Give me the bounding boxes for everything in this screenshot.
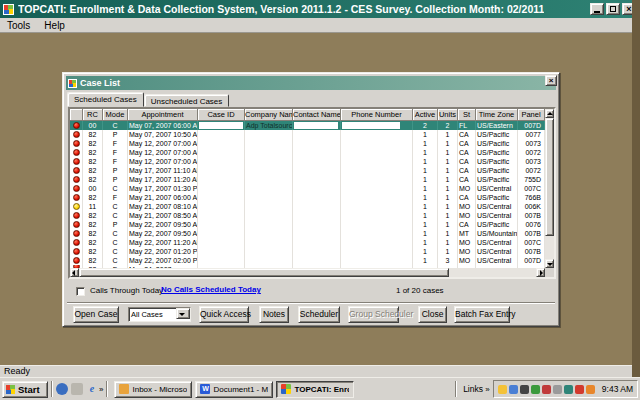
column-header-case-id[interactable]: Case ID (198, 109, 245, 121)
column-header-time-zone[interactable]: Time Zone (476, 109, 518, 121)
column-header-mode[interactable]: Mode (103, 109, 128, 121)
cell-st: MO (458, 247, 476, 256)
column-header-panel[interactable]: Panel (518, 109, 545, 121)
cell-units: 1 (438, 202, 458, 211)
start-button[interactable]: Start (2, 381, 48, 398)
cell-rc: 82 (83, 238, 103, 247)
restore-button[interactable] (606, 3, 620, 15)
cell-appointment: May 21, 2007 08:10 AM (128, 202, 198, 211)
links-toolbar[interactable]: Links » (463, 384, 490, 394)
calls-through-today-checkbox[interactable] (76, 287, 85, 296)
main-window-titlebar[interactable]: TOPCATI: Enrollment & Data Collection Sy… (0, 0, 632, 18)
security-icon[interactable] (575, 385, 584, 394)
minimize-button[interactable] (590, 3, 604, 15)
cell-time_zone: US/Central (476, 256, 518, 265)
scroll-track[interactable] (449, 268, 536, 277)
show-desktop-icon[interactable] (71, 383, 83, 395)
menu-item-help[interactable]: Help (37, 20, 72, 31)
media-player-icon[interactable] (56, 383, 68, 395)
cell-time_zone: US/Central (476, 202, 518, 211)
horizontal-scroll-thumb[interactable] (79, 268, 449, 277)
column-header-active[interactable]: Active (413, 109, 438, 121)
close-dialog-button[interactable]: Close (418, 306, 447, 323)
cell-indicator (70, 157, 83, 166)
case-row[interactable]: 82FMay 12, 2007 07:00 AM11CAUS/Pacific00… (70, 148, 545, 157)
cell-indicator (70, 193, 83, 202)
case-row[interactable]: 82PMay 22, 2007 09:50 AM11CAUS/Pacific00… (70, 220, 545, 229)
sync-icon[interactable] (531, 385, 540, 394)
column-header-appointment[interactable]: Appointment (128, 109, 198, 121)
monitor-alert-icon[interactable] (542, 385, 551, 394)
dialog-titlebar[interactable]: Case List (66, 76, 556, 90)
case-row[interactable]: 82CMay 22, 2007 11:20 AM11MOUS/Central00… (70, 238, 545, 247)
vertical-scroll-thumb[interactable] (545, 118, 554, 236)
case-row[interactable]: 82PMay 07, 2007 10:50 AM11CAUS/Pacific00… (70, 130, 545, 139)
case-row[interactable]: 82FMay 21, 2007 06:00 AM11CAUS/Pacific76… (70, 193, 545, 202)
case-row[interactable]: 82FMay 12, 2007 07:00 AM11CAUS/Pacific00… (70, 139, 545, 148)
case-row[interactable]: 82PMay 17, 2007 11:20 AM11CAUS/Pacific75… (70, 175, 545, 184)
case-row[interactable]: 82CMay 22, 2007 02:00 PM13MOUS/Central00… (70, 256, 545, 265)
column-header-rc[interactable]: RC (83, 109, 103, 121)
case-row[interactable]: 82FMay 12, 2007 07:00 AM11CAUS/Pacific00… (70, 157, 545, 166)
case-row[interactable]: 82CMay 21, 2007 08:50 AM11MOUS/Central00… (70, 211, 545, 220)
column-header-phone-number[interactable]: Phone Number (341, 109, 413, 121)
cell-st: MO (458, 211, 476, 220)
case-row[interactable]: 00CMay 17, 2007 01:30 PM11MOUS/Central00… (70, 184, 545, 193)
scroll-left-button[interactable] (70, 268, 79, 277)
cell-contact (293, 220, 341, 229)
horizontal-scrollbar[interactable] (70, 268, 545, 277)
chevron-down-icon (179, 313, 185, 316)
quick-access-button[interactable]: Quick Access (199, 306, 249, 323)
cell-company (245, 229, 293, 238)
column-header-indicator[interactable] (70, 109, 83, 121)
cell-appointment: May 17, 2007 11:20 AM (128, 175, 198, 184)
volume-icon[interactable] (564, 385, 573, 394)
scroll-down-button[interactable] (545, 259, 554, 268)
dialog-close-button[interactable]: × (545, 75, 557, 86)
internet-explorer-icon[interactable]: e (86, 383, 98, 395)
case-filter-dropdown[interactable]: All Cases (128, 307, 191, 322)
cell-mode: C (103, 238, 128, 247)
cell-indicator (70, 229, 83, 238)
no-calls-scheduled-link[interactable]: No Calls Scheduled Today (161, 285, 261, 294)
case-row[interactable]: 00CMay 07, 2007 06:00 AMAdp Totalsource2… (70, 121, 545, 130)
task-button-topcati[interactable]: TOPCATI: Enrollment... (276, 381, 354, 398)
task-button-outlook[interactable]: Inbox - Microsoft Outlook. (114, 381, 192, 398)
dropdown-button[interactable] (176, 308, 190, 319)
scroll-up-button[interactable] (545, 109, 554, 118)
settings-icon[interactable] (553, 385, 562, 394)
tab-scheduled-cases[interactable]: Scheduled Cases (67, 92, 144, 107)
column-header-contact-name[interactable]: Contact Name (293, 109, 341, 121)
menu-item-tools[interactable]: Tools (0, 20, 37, 31)
case-row[interactable]: 11CMay 21, 2007 08:10 AM11MOUS/Central00… (70, 202, 545, 211)
column-header-st[interactable]: St (458, 109, 476, 121)
display-icon[interactable] (509, 385, 518, 394)
dialog-title: Case List (80, 78, 120, 88)
case-row[interactable]: 82CMay 22, 2007 01:20 PM11MOUS/Central00… (70, 247, 545, 256)
app-icon (3, 4, 14, 15)
open-case-button[interactable]: Open Case (73, 306, 119, 323)
column-header-units[interactable]: Units (438, 109, 458, 121)
column-header-company-name[interactable]: Company Name (245, 109, 293, 121)
case-row[interactable]: 82PMay 17, 2007 11:10 AM11CAUS/Pacific00… (70, 166, 545, 175)
cell-time_zone: US/Central (476, 247, 518, 256)
network-icon[interactable] (520, 385, 529, 394)
notes-button[interactable]: Notes (259, 306, 289, 323)
scrollbar-corner (545, 268, 554, 277)
task-button-word[interactable]: WDocument1 - Microsoft W... (195, 381, 273, 398)
cell-appointment: May 12, 2007 07:00 AM (128, 139, 198, 148)
cell-indicator (70, 166, 83, 175)
vertical-scrollbar[interactable] (545, 109, 554, 268)
cell-company (245, 130, 293, 139)
updates-icon[interactable] (586, 385, 595, 394)
arrow-down-icon (547, 263, 553, 266)
batch-fax-entry-button[interactable]: Batch Fax Entry (454, 306, 510, 323)
cell-panel: 0076 (518, 220, 545, 229)
scroll-right-button[interactable] (536, 268, 545, 277)
case-row[interactable]: 82CMay 22, 2007 09:50 AM11MTUS/Mountain0… (70, 229, 545, 238)
tab-unscheduled-cases[interactable]: Unscheduled Cases (144, 94, 230, 107)
messenger-icon[interactable] (498, 385, 507, 394)
cell-mode: F (103, 193, 128, 202)
overflow-chevron[interactable]: » (99, 385, 103, 394)
scheduler-button[interactable]: Scheduler (298, 306, 340, 323)
